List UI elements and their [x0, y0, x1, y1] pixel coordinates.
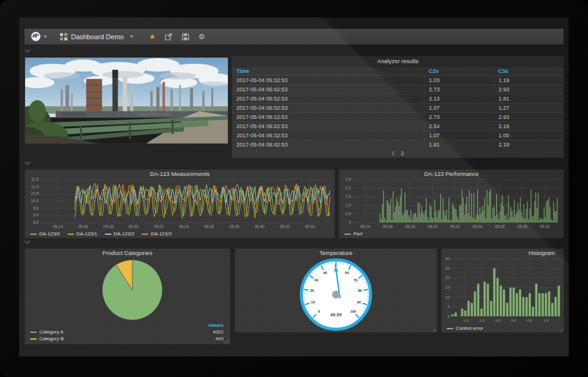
bar — [490, 189, 491, 223]
table-cell: 1.00 — [494, 131, 564, 140]
column-header[interactable]: C3s — [494, 67, 564, 76]
table-cell: 2017-05-04 06:42:53 — [232, 140, 424, 150]
bar — [496, 194, 497, 223]
tick-label: 05:24 — [472, 224, 483, 229]
bar — [471, 193, 472, 223]
page-button[interactable]: 2 — [401, 150, 404, 156]
tick-label: 100 — [350, 310, 356, 313]
bar — [425, 210, 426, 223]
row-toggle-icon[interactable] — [24, 161, 31, 166]
bar — [412, 219, 412, 223]
bar — [470, 216, 470, 223]
legend-item[interactable]: DA-123/2 — [105, 231, 135, 237]
bar — [451, 314, 454, 316]
legend-item[interactable]: DA-123/3 — [141, 231, 172, 237]
legend-swatch — [447, 328, 453, 329]
legend-swatch — [105, 234, 111, 235]
bar — [553, 202, 554, 223]
bar — [540, 218, 541, 223]
bar — [463, 198, 464, 223]
bar — [428, 217, 428, 223]
tick-label: 05:26 — [204, 224, 214, 229]
panel-resize-handle[interactable] — [225, 339, 229, 343]
panel-title[interactable]: Product Categories — [25, 249, 230, 257]
analyzer-table: TimeC2sC3s 2017-05-04 05:32:531.031.1920… — [232, 67, 564, 149]
bar — [431, 207, 431, 223]
bar — [558, 286, 560, 316]
grafana-menu-button[interactable] — [24, 29, 54, 44]
bar — [386, 220, 386, 223]
panel-resize-handle[interactable] — [432, 327, 436, 332]
tick-label: -1.5 — [462, 319, 469, 322]
bar — [448, 219, 448, 223]
refinery-photo — [25, 58, 228, 143]
tick-label: 05:14 — [360, 224, 371, 229]
panel-title[interactable]: DA-123 Performance — [339, 170, 564, 178]
legend-item[interactable]: DA-123/0 — [30, 231, 60, 237]
panel-resize-handle[interactable] — [559, 327, 563, 332]
bar — [532, 307, 534, 316]
dashboard-title-menu[interactable]: Dashboard Demo — [54, 29, 140, 44]
bar — [410, 210, 411, 223]
bar — [443, 199, 443, 223]
table-cell: 1.27 — [494, 104, 564, 113]
bar — [420, 214, 421, 223]
bar — [488, 206, 489, 223]
tick-label: 05:18 — [104, 224, 114, 229]
table-row: 2017-05-04 05:32:531.031.19 — [232, 76, 564, 85]
bar — [390, 199, 391, 223]
tick-label: 05:30 — [540, 224, 550, 229]
panel-title[interactable]: DA-123 Measurements — [25, 170, 334, 178]
bar — [516, 212, 517, 223]
table-cell: 2017-05-04 06:12:53 — [232, 113, 424, 122]
panel-title[interactable]: Analyzer results — [232, 56, 564, 67]
bar — [487, 284, 489, 316]
legend-item[interactable]: DA-123/1 — [67, 231, 97, 237]
settings-button[interactable]: ⚙ — [198, 33, 205, 40]
legend-item[interactable]: Category A — [30, 329, 64, 335]
column-header[interactable]: Time — [232, 67, 424, 76]
bar — [503, 207, 504, 223]
panel-title[interactable]: Histogram — [442, 249, 564, 257]
gauge-tick — [366, 300, 368, 301]
legend-swatch — [141, 234, 148, 235]
tick-label: 9.0 — [33, 213, 39, 217]
star-button[interactable]: ★ — [149, 33, 156, 40]
tick-label: 80 — [358, 289, 362, 292]
histogram-panel: Histogram 051015202530-1.5-1.0-0.50.00.5… — [441, 248, 564, 333]
table-cell: 2.93 — [494, 113, 564, 122]
bar — [418, 203, 418, 223]
bar — [489, 192, 489, 223]
table-row: 2017-05-04 05:42:532.732.93 — [232, 85, 564, 94]
panel-title[interactable]: Temperature — [235, 249, 437, 257]
share-button[interactable] — [165, 33, 173, 40]
legend-item[interactable]: Category B — [30, 335, 64, 342]
legend-row: Category B400 — [30, 335, 224, 342]
table-row: 2017-05-04 06:12:532.732.93 — [232, 113, 564, 122]
bar — [426, 198, 427, 223]
column-header[interactable]: C2s — [424, 67, 494, 76]
tick-label: 05:26 — [495, 224, 505, 229]
row-toggle-icon[interactable] — [24, 240, 31, 245]
legend-label: Control error — [456, 326, 483, 331]
bar — [513, 216, 513, 223]
legend-item[interactable]: Perf — [344, 231, 363, 237]
tick-label: 60 — [345, 271, 349, 275]
bar — [383, 191, 384, 223]
tick-label: 20 — [310, 289, 314, 292]
tick-label: 05:16 — [78, 224, 88, 229]
row-toggle-icon[interactable] — [24, 48, 31, 53]
dashboard-title: Dashboard Demo — [71, 33, 124, 40]
tick-label: 05:28 — [518, 224, 528, 229]
bar — [524, 204, 524, 223]
bar — [448, 198, 449, 223]
save-button[interactable] — [182, 33, 189, 40]
table-cell: 2017-05-04 06:02:53 — [232, 104, 424, 113]
bar — [413, 214, 413, 223]
legend-value: 400 — [216, 335, 224, 342]
page-button[interactable]: 1 — [391, 150, 394, 156]
tick-label: 1.0 — [345, 203, 351, 207]
bar — [541, 293, 544, 316]
legend-item[interactable]: Control error — [447, 326, 483, 331]
bar — [464, 311, 467, 316]
